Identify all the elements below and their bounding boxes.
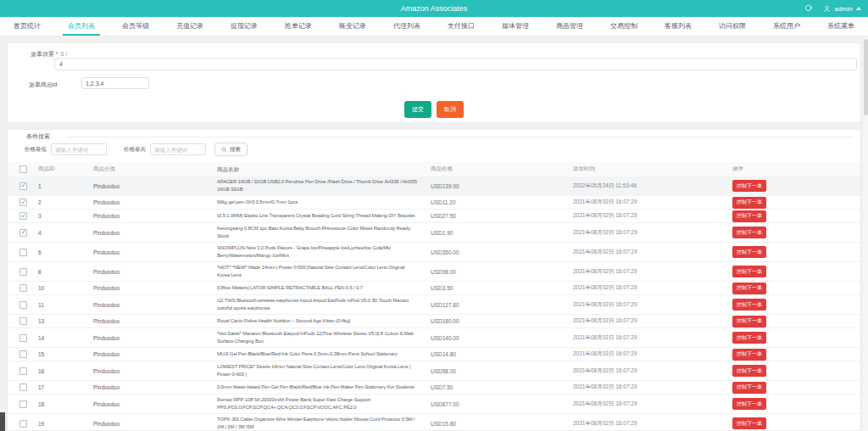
- cell-product-name: Remax RPP-108 5A 20000mAh Power Bank Sup…: [214, 395, 422, 413]
- nav-tab-14[interactable]: 系统用户: [760, 17, 814, 36]
- table-row: 18 Pinduoduo Remax RPP-108 5A 20000mAh P…: [8, 395, 860, 414]
- cell-category: Pinduoduo: [91, 368, 214, 374]
- control-next-order-button[interactable]: 控制下一单: [732, 197, 766, 209]
- control-next-order-button[interactable]: 控制下一单: [732, 246, 766, 258]
- cancel-button[interactable]: 取消: [437, 101, 464, 118]
- cell-product-id: 18: [35, 401, 91, 407]
- cell-added-time: 2021年08月02日 16:07:29: [565, 249, 724, 256]
- cell-added-time: 2021年08月02日 16:07:29: [565, 400, 724, 408]
- row-checkbox[interactable]: [19, 301, 27, 309]
- control-next-order-button[interactable]: 控制下一单: [732, 180, 766, 192]
- control-next-order-button[interactable]: 控制下一单: [732, 382, 766, 394]
- nav-tab-5[interactable]: 抢单记录: [271, 17, 326, 36]
- cell-product-id: 10: [35, 285, 91, 291]
- nav-tab-3[interactable]: 充值记录: [163, 17, 217, 36]
- table-row: 15 Pinduoduo MUJI Gel Pen Black/Blue/Red…: [8, 348, 860, 361]
- cell-product-name: [Office Matters] LATOR SIMPLE RETRACTABL…: [214, 283, 422, 294]
- submit-button[interactable]: 提交: [404, 101, 431, 118]
- row-checkbox[interactable]: [19, 182, 27, 190]
- row-checkbox[interactable]: [19, 350, 27, 358]
- control-next-order-button[interactable]: 控制下一单: [732, 283, 766, 294]
- cell-product-name: MUJI Gel Pen Black/Blue/Red Ink Color Pe…: [214, 349, 422, 360]
- search-button-label: 搜索: [230, 146, 241, 154]
- cell-product-name: Royal Canin Feline Health Nutrition – Se…: [214, 316, 422, 327]
- col-added-time: 添加时间: [565, 165, 724, 173]
- row-checkbox[interactable]: [19, 383, 27, 391]
- control-next-order-button[interactable]: 控制下一单: [732, 316, 766, 327]
- cell-price: USD7.50: [422, 384, 565, 390]
- nav-tab-10[interactable]: 商品管理: [542, 17, 597, 36]
- row-checkbox[interactable]: [19, 249, 27, 256]
- row-checkbox[interactable]: [19, 229, 27, 237]
- control-next-order-button[interactable]: 控制下一单: [732, 299, 766, 311]
- row-checkbox[interactable]: [19, 199, 27, 206]
- row-checkbox[interactable]: [19, 212, 27, 220]
- col-category: 商品分类: [91, 165, 214, 173]
- cell-product-id: 11: [35, 302, 91, 308]
- cell-category: Pinduoduo: [91, 285, 214, 291]
- row-checkbox[interactable]: [19, 367, 27, 375]
- row-checkbox[interactable]: [19, 268, 27, 276]
- control-next-order-button[interactable]: 控制下一单: [732, 227, 766, 238]
- table-row: 3 Pinduoduo (0.5-1.0MM) Elastic Line Tra…: [8, 210, 860, 223]
- cell-product-id: 8: [35, 269, 91, 275]
- table-body: 1 Pinduoduo APACER 16GB / 32GB USB2.0 Pe…: [8, 176, 860, 430]
- col-action: 操作: [724, 165, 860, 173]
- row-checkbox[interactable]: [19, 317, 27, 325]
- row-checkbox[interactable]: [19, 420, 27, 428]
- select-all-checkbox[interactable]: [19, 165, 27, 173]
- table-row: 19 Pinduoduo TOPK J01 Cable Organizer Wi…: [8, 414, 860, 430]
- control-next-order-button[interactable]: 控制下一单: [732, 349, 766, 361]
- nav-tab-11[interactable]: 交易控制: [597, 17, 651, 36]
- refresh-icon[interactable]: [804, 4, 813, 13]
- table-row: 16 Pinduoduo LOWEST PRICE* Desire 14mm N…: [8, 361, 860, 381]
- nav-tab-12[interactable]: 客服列表: [651, 17, 705, 36]
- nav-tab-0[interactable]: 首页统计: [0, 17, 54, 36]
- nav-tab-9[interactable]: 媒体管理: [488, 17, 542, 36]
- row-checkbox[interactable]: [19, 334, 27, 342]
- table-row: 6 Pinduoduo SNOWPLUS New 3.0 Pods Flavor…: [8, 243, 860, 262]
- cell-category: Pinduoduo: [91, 335, 214, 341]
- nav-tab-13[interactable]: 访问权限: [705, 17, 760, 36]
- table-row: 17 Pinduoduo 0.5mm Water-based Pen Gel P…: [8, 381, 860, 395]
- dispatch-settings-input[interactable]: [54, 58, 857, 70]
- table-row: 10 Pinduoduo [Office Matters] LATOR SIMP…: [8, 282, 860, 295]
- control-next-order-button[interactable]: 控制下一单: [732, 210, 766, 222]
- cell-price: USD27.50: [422, 213, 565, 219]
- control-next-order-button[interactable]: 控制下一单: [732, 266, 766, 277]
- control-next-order-button[interactable]: 控制下一单: [732, 365, 766, 377]
- nav-tab-2[interactable]: 会员等级: [108, 17, 163, 36]
- cell-product-id: 6: [35, 249, 91, 255]
- product-table: 商品ID 商品分类 商品名称 商品价格 添加时间 操作 1 Pinduoduo …: [8, 162, 860, 430]
- max-price-input[interactable]: [150, 143, 206, 155]
- table-row: 13 Pinduoduo Royal Canin Feline Health N…: [8, 315, 860, 328]
- cell-added-time: 2021年08月02日 16:07:29: [565, 301, 724, 309]
- cell-category: Pinduoduo: [91, 421, 214, 427]
- right-scrollbar-thumb[interactable]: [864, 39, 868, 115]
- nav-tab-15[interactable]: 系统菜单: [814, 17, 868, 36]
- cell-product-id: 4: [35, 230, 91, 236]
- control-next-order-button[interactable]: 控制下一单: [732, 417, 766, 429]
- table-header-row: 商品ID 商品分类 商品名称 商品价格 添加时间 操作: [8, 162, 860, 176]
- nav-tab-7[interactable]: 代理列表: [380, 17, 434, 36]
- row-checkbox[interactable]: [19, 284, 27, 292]
- control-next-order-button[interactable]: 控制下一单: [732, 332, 766, 344]
- cell-added-time: 2021年08月02日 16:07:29: [565, 350, 724, 358]
- dispatch-product-ids-input[interactable]: [81, 77, 149, 89]
- min-price-input[interactable]: [51, 143, 107, 155]
- control-next-order-button[interactable]: 控制下一单: [732, 398, 766, 410]
- cell-added-time: 2021年08月02日 16:07:29: [565, 317, 724, 325]
- nav-tab-6[interactable]: 账变记录: [326, 17, 380, 36]
- cell-price: USD180.00: [422, 318, 565, 324]
- right-scrollbar[interactable]: [863, 37, 868, 431]
- user-menu[interactable]: admin: [823, 5, 861, 13]
- left-scrollbar-thumb[interactable]: [0, 412, 5, 431]
- cell-product-id: 16: [35, 368, 91, 374]
- nav-tab-1[interactable]: 会员列表: [54, 17, 108, 36]
- username: admin: [834, 5, 853, 13]
- nav-tab-4[interactable]: 提现记录: [217, 17, 271, 36]
- cell-category: Pinduoduo: [91, 318, 214, 324]
- search-button[interactable]: 搜索: [214, 143, 248, 156]
- nav-tab-8[interactable]: 支付接口: [434, 17, 488, 36]
- row-checkbox[interactable]: [19, 400, 27, 408]
